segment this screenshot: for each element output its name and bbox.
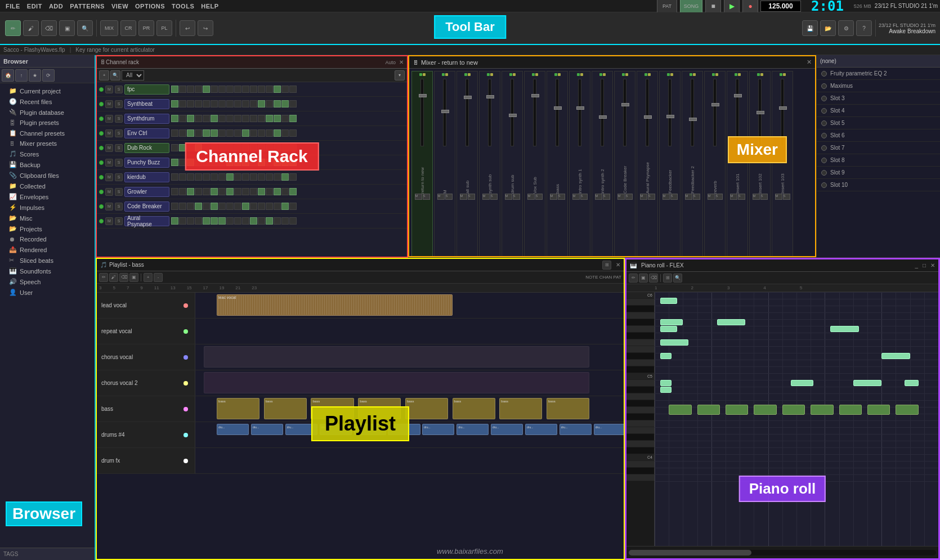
cr-mute-7[interactable]: M xyxy=(105,188,113,196)
pl-track-content-6[interactable] xyxy=(195,448,624,473)
mixer-fader-3[interactable] xyxy=(486,95,494,98)
mixer-mute-9[interactable]: M xyxy=(617,194,625,200)
cr-pad-2-1[interactable] xyxy=(179,115,186,122)
browser-item-backup[interactable]: 💾Backup xyxy=(0,159,95,170)
cr-pad-5-1[interactable] xyxy=(179,159,186,166)
cr-pad-6-12[interactable] xyxy=(266,173,273,181)
cr-pad-1-0[interactable] xyxy=(171,100,178,107)
cr-pad-1-15[interactable] xyxy=(289,100,297,107)
browser-item-channel-presets[interactable]: 📋Channel presets xyxy=(0,128,95,138)
mixer-mute-6[interactable]: M xyxy=(550,194,557,200)
cr-pad-7-13[interactable] xyxy=(274,188,281,195)
cr-pad-7-0[interactable] xyxy=(171,188,178,195)
browser-item-recorded[interactable]: ⏺Recorded xyxy=(0,234,95,244)
pr-key-G4[interactable] xyxy=(626,407,654,414)
pl-track-content-0[interactable]: leac vocal xyxy=(195,293,624,318)
browser-item-projects[interactable]: 📂Projects xyxy=(0,223,95,234)
cr-pad-0-10[interactable] xyxy=(250,86,257,93)
pl-block-4-3[interactable]: bass xyxy=(358,398,401,419)
cr-pad-1-10[interactable] xyxy=(250,100,257,107)
cr-name-0[interactable]: fpc xyxy=(124,84,169,95)
pr-key-B4[interactable] xyxy=(626,380,654,387)
cr-add-btn[interactable]: + xyxy=(99,70,109,80)
pl-block-4-1[interactable]: bass xyxy=(264,398,307,419)
cr-pad-8-4[interactable] xyxy=(203,203,210,210)
pr-note-10[interactable] xyxy=(853,380,881,386)
cr-pad-9-7[interactable] xyxy=(226,217,234,225)
cr-pad-9-13[interactable] xyxy=(274,217,281,225)
cr-pad-7-9[interactable] xyxy=(242,188,249,195)
mixer-mute-8[interactable]: M xyxy=(595,194,602,200)
pr-key-F#5[interactable] xyxy=(626,333,654,339)
browser-item-recent-files[interactable]: 🕐Recent files xyxy=(0,96,95,107)
right-mixer-item-9[interactable]: Slot 10 xyxy=(817,179,940,191)
cr-pad-8-5[interactable] xyxy=(211,203,218,210)
cr-pad-7-5[interactable] xyxy=(211,188,218,195)
browser-refresh-btn[interactable]: ⟳ xyxy=(42,69,55,82)
pl-block-5-0[interactable]: dru... xyxy=(217,424,249,435)
mixer-fader-14[interactable] xyxy=(734,94,742,97)
cr-pad-8-13[interactable] xyxy=(274,203,281,210)
cr-name-9[interactable]: Aural Psynapse xyxy=(124,216,169,226)
cr-pad-8-14[interactable] xyxy=(281,203,289,210)
pl-block-5-9[interactable]: dru... xyxy=(525,424,557,435)
cr-pad-5-5[interactable] xyxy=(211,159,218,166)
cr-pad-4-11[interactable] xyxy=(258,144,265,151)
cr-pad-2-15[interactable] xyxy=(289,115,297,122)
cr-name-4[interactable]: Dub Rock xyxy=(124,143,169,153)
pl-select-btn[interactable]: ▣ xyxy=(129,273,138,282)
cr-mute-2[interactable]: M xyxy=(105,115,113,123)
save-btn[interactable]: 💾 xyxy=(802,20,818,36)
playlist-btn[interactable]: PL xyxy=(156,20,172,36)
pr-note-9[interactable] xyxy=(791,380,813,386)
stop-btn[interactable]: ■ xyxy=(705,0,721,14)
menu-item-help[interactable]: HELP xyxy=(198,3,222,10)
cr-pad-3-6[interactable] xyxy=(218,129,226,137)
pl-block-4-7[interactable]: bass xyxy=(547,398,589,419)
cr-pad-6-11[interactable] xyxy=(258,173,265,181)
cr-led-2[interactable] xyxy=(99,117,104,121)
cr-pad-9-11[interactable] xyxy=(258,217,265,225)
browser-item-impulses[interactable]: ⚡Impulses xyxy=(0,202,95,213)
mixer-mute-4[interactable]: M xyxy=(505,194,512,200)
select-tool[interactable]: ▣ xyxy=(59,20,75,36)
pr-key-D5[interactable] xyxy=(626,360,654,366)
pl-close-btn[interactable]: ✕ xyxy=(616,262,620,268)
cr-pad-2-13[interactable] xyxy=(274,115,281,122)
cr-pad-9-2[interactable] xyxy=(187,217,194,225)
cr-pad-6-14[interactable] xyxy=(281,173,289,181)
cr-pad-5-10[interactable] xyxy=(250,159,257,166)
cr-pad-3-5[interactable] xyxy=(211,129,218,137)
pr-note-11[interactable] xyxy=(905,380,919,386)
pl-track-content-5[interactable]: dru...dru...dru...dru...dru...dru...dru.… xyxy=(195,422,624,447)
menu-item-edit[interactable]: EDIT xyxy=(24,3,46,10)
browser-item-sliced-beats[interactable]: ✂Sliced beats xyxy=(0,255,95,266)
cr-pad-8-7[interactable] xyxy=(226,203,234,210)
cr-pad-4-5[interactable] xyxy=(211,144,218,151)
mixer-fader-15[interactable] xyxy=(757,111,764,114)
mixer-fader-12[interactable] xyxy=(689,118,697,121)
mixer-mute-15[interactable]: M xyxy=(753,194,760,200)
pl-unzoom-btn[interactable]: - xyxy=(154,273,163,282)
cr-pad-5-8[interactable] xyxy=(234,159,241,166)
browser-item-user[interactable]: 👤User xyxy=(0,287,95,298)
pr-key-F4[interactable] xyxy=(626,420,654,427)
help-btn[interactable]: ? xyxy=(856,20,872,36)
cr-pad-3-11[interactable] xyxy=(258,129,265,137)
pr-key-C5[interactable]: C5 xyxy=(626,373,654,380)
cr-pad-5-4[interactable] xyxy=(203,159,210,166)
cr-solo-4[interactable]: S xyxy=(115,144,123,152)
cr-pad-2-12[interactable] xyxy=(266,115,273,122)
browser-home-btn[interactable]: 🏠 xyxy=(2,69,14,82)
pr-note-3[interactable] xyxy=(660,326,677,332)
mixer-solo-15[interactable]: S xyxy=(760,194,768,200)
paint-tool[interactable]: 🖌 xyxy=(23,20,39,36)
menu-item-patterns[interactable]: PATTERNS xyxy=(66,3,108,10)
right-mixer-item-0[interactable]: Fruity parametric EQ 2 xyxy=(817,68,940,80)
cr-pad-9-12[interactable] xyxy=(266,217,273,225)
browser-item-envelopes[interactable]: 📈Envelopes xyxy=(0,191,95,202)
pl-block-5-4[interactable]: dru... xyxy=(354,424,386,435)
browser-item-plugin-database[interactable]: 🔌Plugin database xyxy=(0,107,95,118)
cr-pad-8-6[interactable] xyxy=(218,203,226,210)
cr-pad-1-4[interactable] xyxy=(203,100,210,107)
